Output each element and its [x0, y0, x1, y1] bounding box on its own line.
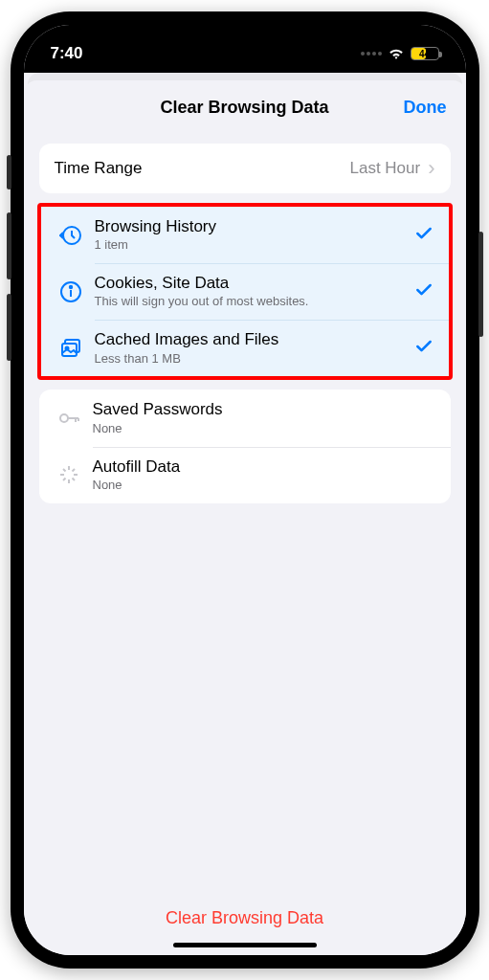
nav-bar: Clear Browsing Data Done — [24, 80, 466, 134]
wifi-icon — [388, 47, 405, 60]
checkmark-icon — [414, 280, 433, 303]
checkmark-icon — [414, 337, 433, 360]
svg-line-13 — [72, 479, 75, 481]
cached-images-row[interactable]: Cached Images and Files Less than 1 MB — [41, 320, 449, 376]
home-indicator[interactable] — [173, 943, 317, 947]
time-range-label: Time Range — [55, 159, 143, 178]
battery-icon: 44 — [411, 47, 439, 60]
row-subtitle: Less than 1 MB — [95, 351, 414, 368]
row-subtitle: This will sign you out of most websites. — [95, 294, 414, 310]
svg-point-3 — [69, 286, 71, 288]
autofill-icon — [55, 463, 83, 486]
page-title: Clear Browsing Data — [160, 98, 328, 118]
info-icon — [56, 280, 85, 303]
row-title: Saved Passwords — [93, 399, 435, 419]
done-button[interactable]: Done — [404, 98, 447, 118]
svg-line-12 — [63, 469, 66, 472]
key-icon — [55, 407, 83, 430]
history-icon — [56, 224, 85, 247]
row-subtitle: 1 item — [95, 237, 414, 254]
row-title: Cached Images and Files — [95, 329, 414, 349]
row-title: Autofill Data — [93, 457, 435, 477]
chevron-right-icon: › — [428, 158, 434, 179]
highlighted-selection-box: Browsing History 1 item Cookies, Site Da… — [37, 203, 453, 380]
svg-point-7 — [60, 414, 68, 422]
images-icon — [56, 337, 85, 360]
svg-line-15 — [72, 469, 75, 472]
status-time: 7:40 — [51, 44, 83, 63]
row-subtitle: None — [93, 478, 435, 494]
autofill-row[interactable]: Autofill Data None — [39, 447, 451, 503]
cookies-row[interactable]: Cookies, Site Data This will sign you ou… — [41, 263, 449, 320]
browsing-history-row[interactable]: Browsing History 1 item — [41, 207, 449, 263]
battery-level: 44 — [411, 49, 438, 59]
time-range-row[interactable]: Time Range Last Hour › — [39, 144, 451, 193]
row-title: Browsing History — [95, 216, 414, 236]
time-range-value: Last Hour — [349, 159, 420, 178]
cellular-dots-icon — [361, 52, 382, 56]
row-subtitle: None — [93, 421, 435, 437]
checkmark-icon — [414, 224, 433, 247]
saved-passwords-row[interactable]: Saved Passwords None — [39, 390, 451, 446]
svg-line-14 — [63, 479, 66, 481]
row-title: Cookies, Site Data — [95, 273, 414, 293]
